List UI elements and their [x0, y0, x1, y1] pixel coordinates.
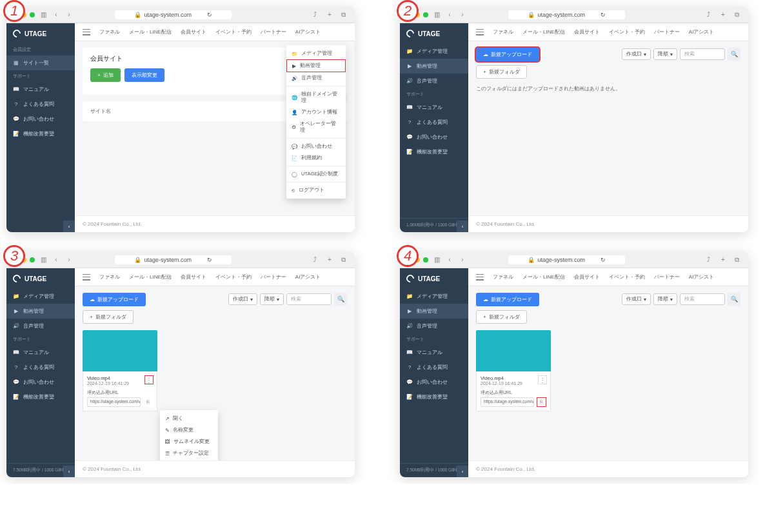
url-bar[interactable]: 🔒utage-system.com↻	[115, 10, 232, 19]
sort-field-select[interactable]: 作成日▾	[622, 48, 651, 60]
max-dot[interactable]	[423, 257, 428, 262]
tabs-icon[interactable]: ⧉	[339, 10, 348, 19]
copy-button[interactable]: ⎘	[537, 397, 546, 407]
share-icon[interactable]: ⤴	[311, 10, 320, 19]
nav-funnel[interactable]: ファネル	[493, 28, 513, 35]
sort-field-select[interactable]: 作成日▾	[622, 293, 651, 305]
dd-media[interactable]: 📁メディア管理	[286, 48, 346, 59]
sidebar-item-feedback[interactable]: 📝機能改善要望	[400, 144, 468, 159]
hamburger-icon[interactable]	[83, 29, 90, 35]
cm-rename[interactable]: ✎名称変更	[160, 424, 218, 436]
sidebar-toggle-icon[interactable]: ▥	[39, 10, 48, 19]
nav-member[interactable]: 会員サイト	[574, 28, 600, 35]
sidebar-item-audio[interactable]: 🔊音声管理	[400, 74, 468, 88]
sidebar-item-manual[interactable]: 📖マニュアル	[400, 100, 468, 115]
sidebar-item-media[interactable]: 📁メディア管理	[6, 289, 75, 304]
nav-member[interactable]: 会員サイト	[181, 28, 206, 35]
nav-mail[interactable]: メール・LINE配信	[129, 273, 172, 281]
search-input[interactable]: 検索	[680, 293, 725, 305]
collapse-sidebar-icon[interactable]: ‹	[457, 221, 468, 232]
sort-dir-select[interactable]: 降順▾	[653, 293, 677, 305]
nav-ai[interactable]: AIアシスト	[295, 28, 321, 35]
fwd-icon[interactable]: ›	[64, 10, 74, 19]
dd-video[interactable]: ▶動画管理	[286, 59, 346, 72]
sidebar-item-manual[interactable]: 📖マニュアル	[6, 345, 75, 360]
dd-account[interactable]: 👤アカウント情報	[286, 106, 346, 118]
nav-mail[interactable]: メール・LINE配信	[522, 28, 565, 35]
search-input[interactable]: 検索	[680, 48, 725, 60]
sidebar-item-site-list[interactable]: ▦サイト一覧	[6, 55, 75, 70]
search-input[interactable]: 検索	[286, 293, 332, 305]
video-card[interactable]: Video.mp4 2024-12-19 16:41:29 ⋮ 埋め込み用URL…	[83, 330, 157, 411]
max-dot[interactable]	[30, 12, 35, 17]
share-icon[interactable]: ⤴	[704, 255, 713, 264]
more-options-button[interactable]: ⋮	[538, 375, 547, 384]
sidebar-item-feedback[interactable]: 📝機能改善要望	[400, 389, 468, 404]
nav-funnel[interactable]: ファネル	[99, 28, 120, 35]
nav-ai[interactable]: AIアシスト	[689, 273, 715, 281]
collapse-sidebar-icon[interactable]: ‹	[63, 466, 75, 477]
nav-partner[interactable]: パートナー	[654, 273, 680, 281]
reload-icon[interactable]: ↻	[207, 257, 212, 263]
embed-url-field[interactable]: https://utage-system.com/v	[481, 397, 534, 407]
max-dot[interactable]	[30, 257, 35, 262]
sidebar-item-media[interactable]: 📁メディア管理	[400, 289, 468, 304]
dd-domain[interactable]: 🌐独自ドメイン管理	[286, 88, 346, 106]
dd-operator[interactable]: ⚙オペレーター管理	[286, 118, 346, 136]
share-icon[interactable]: ⤴	[311, 255, 320, 264]
dd-audio[interactable]: 🔊音声管理	[286, 72, 346, 84]
cm-analytics[interactable]: 📊分析	[160, 459, 218, 460]
nav-funnel[interactable]: ファネル	[493, 273, 513, 281]
dd-terms[interactable]: 📄利用規約	[286, 152, 346, 164]
nav-ai[interactable]: AIアシスト	[689, 28, 715, 35]
add-button[interactable]: + 追加	[90, 68, 121, 82]
sidebar-item-audio[interactable]: 🔊音声管理	[6, 319, 75, 333]
search-button[interactable]: 🔍	[728, 48, 740, 61]
back-icon[interactable]: ‹	[445, 255, 454, 264]
nav-event[interactable]: イベント・予約	[215, 28, 252, 35]
dd-contact[interactable]: 💬お問い合わせ	[286, 141, 346, 152]
reload-icon[interactable]: ↻	[207, 12, 212, 18]
sidebar-item-feedback[interactable]: 📝機能改善要望	[6, 389, 75, 404]
back-icon[interactable]: ‹	[52, 255, 61, 264]
collapse-sidebar-icon[interactable]: ‹	[457, 466, 468, 477]
video-card[interactable]: Video.mp4 2024-12-19 16:41:29 ⋮ 埋め込み用URL…	[476, 330, 551, 411]
hamburger-icon[interactable]	[476, 29, 484, 35]
sidebar-item-contact[interactable]: 💬お問い合わせ	[6, 375, 75, 389]
sidebar-item-video[interactable]: ▶動画管理	[6, 304, 75, 319]
nav-ai[interactable]: AIアシスト	[295, 273, 321, 281]
upload-button[interactable]: ☁新規アップロード	[83, 293, 146, 306]
new-folder-button[interactable]: + 新規フォルダ	[476, 65, 527, 79]
nav-partner[interactable]: パートナー	[654, 28, 680, 35]
url-bar[interactable]: 🔒utage-system.com↻	[115, 255, 232, 264]
url-bar[interactable]: 🔒utage-system.com↻	[508, 255, 625, 264]
sidebar-item-faq[interactable]: ?よくある質問	[6, 360, 75, 375]
nav-event[interactable]: イベント・予約	[609, 273, 645, 281]
more-options-button[interactable]: ⋮	[144, 375, 154, 384]
sidebar-item-feedback[interactable]: 📝機能改善要望	[6, 126, 75, 141]
nav-member[interactable]: 会員サイト	[181, 273, 206, 281]
sidebar-item-faq[interactable]: ?よくある質問	[6, 97, 75, 112]
sidebar-toggle-icon[interactable]: ▥	[432, 10, 441, 19]
fwd-icon[interactable]: ›	[64, 255, 74, 264]
cm-chapter[interactable]: ☰チャプター設定	[160, 448, 218, 459]
cm-open[interactable]: ↗開く	[160, 413, 218, 424]
hamburger-icon[interactable]	[476, 274, 484, 281]
nav-mail[interactable]: メール・LINE配信	[129, 28, 172, 35]
dd-logout[interactable]: ⎋ログアウト	[286, 184, 346, 196]
back-icon[interactable]: ‹	[52, 10, 61, 19]
order-button[interactable]: 表示順変更	[124, 68, 164, 82]
cm-thumbnail[interactable]: 🖼サムネイル変更	[160, 436, 218, 448]
share-icon[interactable]: ⤴	[704, 10, 713, 19]
sidebar-item-video[interactable]: ▶動画管理	[400, 59, 468, 74]
upload-button[interactable]: ☁新規アップロード	[476, 293, 539, 306]
sidebar-item-audio[interactable]: 🔊音声管理	[400, 319, 468, 333]
back-icon[interactable]: ‹	[445, 10, 454, 19]
sidebar-item-manual[interactable]: 📖マニュアル	[400, 345, 468, 360]
new-folder-button[interactable]: + 新規フォルダ	[83, 310, 134, 324]
dd-referral[interactable]: ◯UTAGE紹介制度	[286, 168, 346, 180]
max-dot[interactable]	[423, 12, 428, 17]
search-button[interactable]: 🔍	[728, 293, 740, 306]
url-bar[interactable]: 🔒utage-system.com↻	[508, 10, 625, 19]
reload-icon[interactable]: ↻	[600, 257, 606, 263]
